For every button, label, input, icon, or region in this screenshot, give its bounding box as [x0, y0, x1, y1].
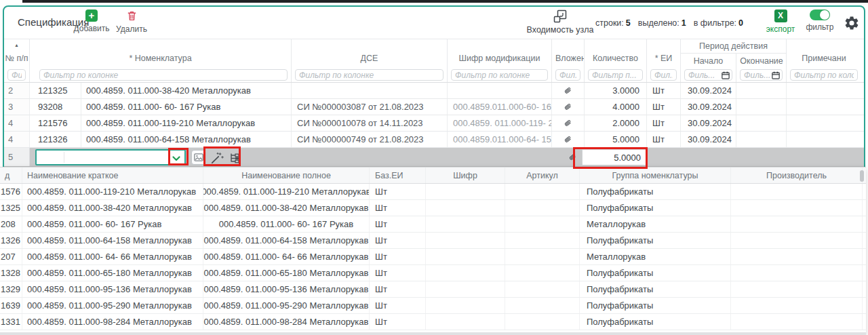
- dropdown-list-item[interactable]: 1576 000.4859. 011.000-119-210 Металлору…: [0, 184, 866, 200]
- filter-input-period-end[interactable]: [744, 71, 772, 79]
- dropdown-list-item[interactable]: 1331 000.4859. 011.000-98-284 Металлорук…: [0, 314, 866, 330]
- selected-counter: выделено:1: [638, 18, 686, 28]
- chevron-down-icon[interactable]: [172, 156, 180, 161]
- filter-input-note[interactable]: [790, 69, 858, 81]
- filter-input-dse[interactable]: [295, 69, 443, 81]
- cell-attachments[interactable]: [552, 83, 585, 98]
- filter-input-nomenclature[interactable]: [39, 69, 288, 81]
- dropdown-list-item[interactable]: 207 000.4859. 011.000- 64- 66 Металлорук…: [0, 249, 866, 265]
- calendar-icon[interactable]: [772, 71, 780, 79]
- dd-cell-article: [505, 216, 580, 232]
- trash-icon: [125, 9, 138, 22]
- dd-column-header-code[interactable]: д: [0, 168, 22, 183]
- dd-cell-full-name: 000.4859. 011.000-119-210 Металлорукав: [203, 184, 370, 199]
- quantity-editor-input[interactable]: [583, 150, 646, 165]
- column-header-nomenclature[interactable]: * Номенклатура: [30, 39, 292, 68]
- column-header-period-start[interactable]: Начало: [681, 54, 736, 68]
- dropdown-list-item[interactable]: 208 000.4859. 011.000- 60- 167 Рукав 000…: [0, 216, 866, 233]
- filter-input-period-start[interactable]: [688, 71, 722, 79]
- dropdown-horizontal-scrollbar[interactable]: [0, 332, 866, 335]
- dd-column-header-manufacturer[interactable]: Производитель: [731, 168, 863, 183]
- column-header-rownum[interactable]: ▲ № п/п: [4, 39, 30, 68]
- export-label: экспорт: [766, 24, 795, 34]
- node-usage-button[interactable]: Входимость узла: [528, 9, 593, 35]
- filter-input-unit[interactable]: [650, 69, 677, 81]
- dropdown-list-item[interactable]: 1639 000.4859. 011.000-95-290 Металлорук…: [0, 298, 866, 314]
- dd-column-header-group[interactable]: Группа номенклатуры: [580, 168, 731, 183]
- delete-button[interactable]: Удалить: [115, 9, 149, 34]
- paperclip-icon: [566, 151, 578, 163]
- filter-input-modification[interactable]: [451, 69, 548, 81]
- gear-icon: [844, 15, 860, 31]
- table-row[interactable]: 2 121325 000.4859. 011.000-38-420 Металл…: [4, 83, 864, 99]
- dd-cell-short-name: 000.4859. 011.000-64-158 Металлорукав: [22, 233, 203, 248]
- dd-cell-cipher: [426, 233, 505, 248]
- dd-cell-full-name: 000.4859. 011.000-95-290 Металлорукав: [203, 298, 370, 313]
- cell-period-end: [736, 83, 787, 98]
- column-header-note[interactable]: Примечани: [787, 39, 861, 68]
- node-usage-icon: [553, 9, 567, 23]
- settings-button[interactable]: [844, 15, 860, 31]
- filter-toggle-button[interactable]: фильтр: [804, 9, 835, 32]
- column-header-unit[interactable]: * ЕИ: [647, 39, 681, 68]
- cell-attachments[interactable]: [552, 99, 585, 115]
- add-button[interactable]: + Добавить: [73, 9, 111, 33]
- wand-button[interactable]: [210, 151, 224, 165]
- dd-cell-full-name: 000.4859. 011.000- 60- 167 Рукав: [203, 216, 370, 232]
- column-header-attachments[interactable]: Вложени: [552, 39, 585, 68]
- table-row[interactable]: 3 93208 000.4859. 011.000- 60- 167 Рукав…: [4, 99, 864, 115]
- column-header-period-end[interactable]: Окончание: [736, 54, 787, 68]
- period-group-label: Период действия: [681, 39, 786, 54]
- dd-column-header-article[interactable]: Артикул: [505, 168, 580, 183]
- dd-cell-manufacturer: [731, 233, 863, 248]
- dropdown-list-item[interactable]: 1325 000.4859. 011.000-38-420 Металлорук…: [0, 200, 866, 216]
- open-card-button[interactable]: [191, 150, 206, 165]
- dropdown-list: 1576 000.4859. 011.000-119-210 Металлору…: [0, 184, 866, 330]
- column-header-dse[interactable]: ДСЕ: [292, 39, 448, 68]
- table-row[interactable]: 4 121576 000.4859. 011.000-119-210 Метал…: [4, 115, 864, 132]
- dd-cell-code: 207: [0, 249, 22, 264]
- dropdown-list-item[interactable]: 1329 000.4859. 011.000-95-136 Металлорук…: [0, 281, 866, 298]
- nomenclature-combobox[interactable]: [35, 149, 186, 165]
- cell-name: 000.4859. 011.000-38-420 Металлорукав: [81, 83, 292, 98]
- nomenclature-combobox-input[interactable]: [37, 151, 184, 164]
- filter-input-quantity[interactable]: [588, 69, 643, 81]
- filtered-counter: в фильтре:0: [694, 18, 743, 28]
- dropdown-scrollbar-thumb[interactable]: [860, 170, 864, 182]
- cell-code: 121325: [30, 83, 81, 98]
- grid-row-new-editing[interactable]: 5: [4, 148, 864, 167]
- dd-column-header-cipher[interactable]: Шифр: [426, 168, 505, 183]
- paperclip-icon: [561, 133, 574, 145]
- column-header-modification[interactable]: Шифр модификации: [448, 39, 552, 68]
- column-header-quantity[interactable]: Количество: [585, 39, 647, 68]
- calendar-icon[interactable]: [722, 71, 730, 79]
- dd-cell-full-name: 000.4859. 011.000-95-136 Металлорукав: [203, 281, 370, 297]
- tree-select-button[interactable]: [227, 151, 242, 165]
- grid-body: 2 121325 000.4859. 011.000-38-420 Металл…: [4, 83, 864, 148]
- filter-input-attachments[interactable]: [555, 69, 580, 81]
- dd-column-header-short-name[interactable]: Наименование краткое: [22, 168, 203, 183]
- dd-cell-group: Металлорукав: [580, 249, 731, 264]
- filter-input-rownum[interactable]: [7, 69, 26, 81]
- toggle-on-icon[interactable]: [810, 9, 830, 20]
- dd-cell-code: 1329: [0, 281, 22, 297]
- cell-modification: 000.4859.011.000-60- 16...: [448, 99, 552, 115]
- grid-header: ▲ № п/п * Номенклатура ДСЕ Шифр модифика…: [4, 39, 864, 68]
- dd-column-header-full-name[interactable]: Наименование полное: [203, 168, 370, 183]
- dropdown-list-item[interactable]: 1328 000.4859. 011.000-65-180 Металлорук…: [0, 265, 866, 281]
- dd-cell-article: [505, 281, 580, 297]
- cell-attachments[interactable]: [552, 132, 585, 147]
- export-button[interactable]: X экспорт: [764, 9, 797, 34]
- dd-cell-code: 1326: [0, 233, 22, 248]
- quantity-editor[interactable]: [582, 149, 647, 165]
- cell-modification: [448, 83, 552, 98]
- table-row[interactable]: 4 121326 000.4859. 011.000-64-158 Металл…: [4, 132, 864, 148]
- cell-rownum: 3: [4, 99, 30, 115]
- dd-cell-group: Металлорукав: [580, 216, 731, 232]
- cell-dse: СИ №000003087 от 21.08.2023: [292, 99, 448, 115]
- cell-attachments[interactable]: [552, 115, 585, 131]
- filter-toggle-label: фильтр: [806, 22, 833, 32]
- dd-column-header-base-unit[interactable]: Баз.ЕИ: [370, 168, 426, 183]
- dropdown-list-item[interactable]: 1326 000.4859. 011.000-64-158 Металлорук…: [0, 233, 866, 249]
- dd-cell-manufacturer: [731, 184, 863, 199]
